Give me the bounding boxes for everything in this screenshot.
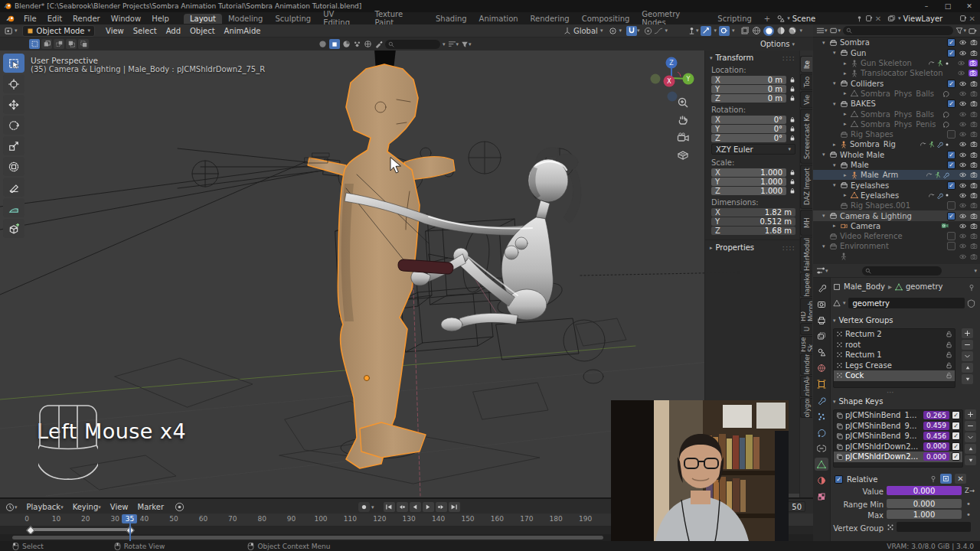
disable-render-camera-icon[interactable] [970,161,978,168]
shading-rendered[interactable] [788,26,797,35]
menu-file[interactable]: File [18,15,42,23]
hide-viewport-eye-icon[interactable] [959,111,967,118]
expand-arrow[interactable]: ▸ [844,90,851,96]
select-mode-invert[interactable] [66,39,77,49]
shape-key-row[interactable]: pJCMShinBend_1...0.265✓ [834,410,962,421]
viewport-menu-add[interactable]: Add [162,27,185,35]
expand-arrow[interactable]: ▾ [833,80,840,86]
pin-icon[interactable] [929,475,937,483]
add-vertex-group-button[interactable] [962,328,973,338]
shape-key-value[interactable]: 0.456 [923,432,949,440]
select-mode-subtract[interactable] [54,39,64,49]
lock-icon[interactable] [789,178,795,185]
jump-to-end-button[interactable] [449,502,460,512]
breadcrumb-data[interactable]: geometry [906,282,942,291]
select-box-tool[interactable] [3,54,24,73]
shape-key-row[interactable]: pJCMShinBend_9...0.456✓ [834,431,962,442]
sidebar-tab-hd-morph[interactable]: HD Morph [800,298,812,322]
outliner-row-sombra-phys-penis[interactable]: ▸Sombra_Phys_Penis [813,119,980,129]
timeline-menu-playback[interactable]: Playback ▾ [22,503,68,511]
tool-properties-tab[interactable] [815,281,828,294]
move-vertex-group-up-button[interactable] [962,363,973,373]
disable-render-camera-icon[interactable] [970,121,978,128]
lock-open-icon[interactable] [946,341,952,348]
disable-render-camera-icon[interactable] [969,70,978,77]
filter-pie-icon[interactable] [342,40,351,48]
pin-id-icon[interactable] [968,284,975,292]
outliner-row-colliders[interactable]: ▾Colliders✓ [813,79,980,89]
visibility-checkbox[interactable]: ✓ [947,130,956,139]
expand-arrow[interactable]: ▾ [833,50,840,56]
lock-open-icon[interactable] [946,362,952,369]
disable-render-camera-icon[interactable] [970,90,978,97]
disable-render-camera-icon[interactable] [969,60,978,67]
play-button[interactable] [423,502,434,512]
hide-viewport-eye-icon[interactable] [959,213,967,220]
jump-to-start-button[interactable] [384,502,395,512]
pin-icon[interactable] [856,15,863,22]
outliner-filter-dropdown[interactable]: ▾ [956,27,966,34]
hide-viewport-eye-icon[interactable] [959,90,967,97]
mode-dropdown[interactable]: Object Mode▾ [22,25,96,37]
data-name-field[interactable]: geometry [848,298,965,308]
shading-wireframe-cube[interactable] [740,26,750,35]
visibility-checkbox[interactable]: ✓ [947,212,956,220]
select-mode-extend[interactable] [41,39,52,49]
expand-arrow[interactable]: ▾ [833,162,840,168]
visibility-checkbox[interactable]: ✓ [947,49,956,57]
disable-render-camera-icon[interactable] [970,233,978,240]
properties-panel-header[interactable]: ▸Properties :::: [705,240,800,253]
hide-viewport-eye-icon[interactable] [959,171,967,178]
viewport-menu-object[interactable]: Object [185,27,220,35]
viewport-menu-view[interactable]: View [101,27,129,35]
expand-arrow[interactable]: ▾ [822,243,829,249]
cursor-tool[interactable] [3,74,24,93]
world-properties-tab[interactable] [815,361,828,374]
auto-keying-toggle[interactable] [358,502,370,512]
lock-icon[interactable] [789,116,795,123]
shading-wireframe[interactable] [752,26,761,35]
disable-render-camera-icon[interactable] [970,141,978,148]
disable-render-camera-icon[interactable] [970,202,978,209]
filter-paw-icon[interactable] [353,40,361,48]
visibility-checkbox[interactable]: ✓ [947,232,956,240]
hide-viewport-eye-icon[interactable] [957,70,965,77]
filter-brush-icon[interactable] [374,40,383,48]
properties-search-input[interactable] [862,266,942,276]
scrollbar-thumb[interactable] [12,536,603,540]
rotation-y-field[interactable]: Y0° [711,125,786,133]
workspace-tab-modeling[interactable]: Modeling [222,14,270,24]
disable-render-camera-icon[interactable] [970,100,978,107]
new-viewlayer-icon[interactable] [959,15,967,22]
options-dropdown[interactable]: Options▾ [760,40,795,48]
outliner-row-video-reference[interactable]: Video Reference✓ [813,231,980,241]
vertex-group-row[interactable]: Legs Crease [834,360,955,371]
vertex-group-row[interactable]: root [834,340,955,350]
expand-arrow[interactable]: ▾ [833,101,840,107]
properties-editor-icon[interactable]: ▾ [816,266,828,275]
breadcrumb-object[interactable]: Male_Body [844,282,885,291]
location-y-field[interactable]: Y0 m [711,85,786,93]
viewport-menu-animaide[interactable]: AnimAide [220,27,266,35]
add-workspace-button[interactable]: + [758,14,776,24]
expand-arrow[interactable]: ▸ [844,172,851,178]
funnel-filter-dropdown[interactable]: ▾ [461,41,472,48]
shape-key-value[interactable]: 0.000 [923,452,949,461]
outliner-row-gun[interactable]: ▾Gun✓ [813,48,980,58]
disable-render-camera-icon[interactable] [970,39,978,46]
sidebar-tab-daz-import[interactable]: DAZ Import [800,165,812,209]
disable-render-camera-icon[interactable] [970,50,978,57]
lock-icon[interactable] [789,95,795,102]
disable-render-camera-icon[interactable] [970,213,978,220]
shape-key-mute-checkbox[interactable]: ✓ [952,432,960,440]
sidebar-tab-animaid[interactable]: AnimAid [800,376,812,397]
disable-render-camera-icon[interactable] [970,253,978,260]
lock-icon[interactable] [789,126,795,132]
constraints-properties-tab[interactable] [815,442,828,455]
expand-arrow[interactable]: ▾ [822,213,829,219]
visibility-checkbox[interactable]: ✓ [947,201,956,210]
vertex-group-specials-menu[interactable] [962,351,973,361]
hide-viewport-eye-icon[interactable] [957,60,965,67]
dimensions-z-field[interactable]: Z1.68 m [711,227,795,235]
zoom-view-icon[interactable] [677,96,689,109]
